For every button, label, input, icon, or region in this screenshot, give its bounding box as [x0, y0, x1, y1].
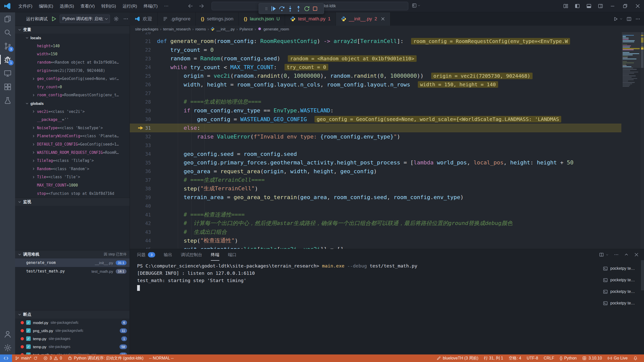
tab-launch.json[interactable]: {}launch.jsonU	[239, 12, 285, 26]
code-line-31[interactable]: 31 else:	[130, 124, 621, 132]
menu-item-R[interactable]: 运行(R)	[119, 2, 140, 10]
terminal-output[interactable]: PS C:\computer_science\godot-ldtk\site-p…	[137, 262, 601, 352]
status-cursor-position[interactable]: 行 31, 列 1	[481, 354, 506, 362]
panel-tab-调试控制台[interactable]: 调试控制台	[181, 249, 202, 261]
status-problems[interactable]: 30	[41, 354, 65, 362]
status-remote[interactable]	[0, 354, 12, 362]
code-line-35[interactable]: 35 geo_config.primary_forces.geothermal_…	[130, 158, 621, 167]
status-git-branch[interactable]: main*	[12, 354, 41, 362]
callstack-section-header[interactable]: 调用堆栈 因 step 已暂停	[15, 250, 130, 258]
variable-row-height[interactable]: height = 140	[15, 42, 130, 50]
status-git-blame[interactable]: blueloveTH (3 周前)	[434, 354, 481, 362]
go-back-icon[interactable]	[187, 3, 193, 9]
more-actions-icon[interactable]	[123, 16, 129, 22]
panel-tab-输出[interactable]: 输出	[164, 249, 172, 261]
scope-locals[interactable]: locals	[15, 34, 130, 42]
activity-item-testing[interactable]	[0, 94, 15, 107]
breadcrumb-item-rooms[interactable]: rooms	[195, 27, 206, 31]
chevron-down-icon[interactable]	[619, 17, 623, 21]
activity-item-accounts[interactable]	[0, 327, 15, 341]
breakpoint-row-temp.py[interactable]: ✓temp.pysite-packages1	[15, 335, 130, 343]
run-python-file-icon[interactable]	[613, 16, 618, 22]
breakpoint-checkbox[interactable]: ✓	[26, 344, 31, 349]
status-language-mode[interactable]: {}Python	[557, 354, 580, 362]
code-line-36[interactable]: 36 geo_area = request_area(origin, width…	[130, 167, 621, 176]
breakpoint-row-test_math.py[interactable]: ✓test_math.pysite-packages\terrain_res…1…	[15, 351, 130, 354]
variable-row-TileTag[interactable]: TileTag = <class 'TileTag'>	[15, 157, 130, 165]
code-line-25[interactable]: 25 origin = vec2i(random.randint(0, 1000…	[130, 72, 621, 80]
variable-row-WASTELAND_ROOM_REQUEST_CONFIG[interactable]: WASTELAND_ROOM_REQUEST_CONFIG = RoomR…	[15, 148, 130, 157]
callstack-frame-testtest_mathpy[interactable]: test/test_math.pytest_math.py16:1	[15, 267, 130, 276]
debug-configuration-dropdown[interactable]: Python 调试程序: 启动文件 (godot-ldtk)	[60, 15, 110, 23]
status-python-version[interactable]: 3.10.10	[579, 354, 605, 362]
code-editor[interactable]: 2021def generate_room(room_config: RoomR…	[130, 26, 644, 249]
variable-row-geo_config[interactable]: geo_config = GeoConfig(seed=None, wor…	[15, 75, 130, 83]
toggle-secondary-sidebar-icon[interactable]	[598, 3, 603, 9]
terminal-session-3[interactable]: pocketpy te…	[603, 286, 640, 297]
terminal-session-2[interactable]: pocketpy te…	[603, 274, 640, 286]
status-debug-session[interactable]: Python 调试程序: 启动文件 (godot-ldtk)	[65, 354, 146, 362]
variable-row-__package__[interactable]: __package__ = ''	[15, 116, 130, 124]
customize-layout-icon[interactable]	[563, 3, 569, 9]
restart-icon[interactable]	[303, 5, 310, 12]
code-line-30[interactable]: 30 geo_config = WASTELAND_GEO_CONFIGgeo_…	[130, 115, 621, 124]
status-notifications[interactable]	[630, 354, 640, 362]
activity-item-explorer[interactable]	[0, 12, 15, 26]
breadcrumb[interactable]: site-packages›terrain_research›rooms›__i…	[130, 26, 621, 32]
variable-row-room_config[interactable]: room_config = RoomRequestConfig(env_t…	[15, 91, 130, 99]
breakpoint-checkbox[interactable]: ✓	[26, 352, 31, 354]
step-into-icon[interactable]	[287, 5, 294, 12]
panel-tab-问题[interactable]: 问题3	[137, 249, 155, 261]
activity-item-extensions[interactable]	[0, 80, 15, 94]
code-line-38[interactable]: 38 step("生成TerrainCell")	[130, 184, 621, 193]
activity-item-search[interactable]	[0, 26, 15, 39]
breakpoint-row-png_utils.py[interactable]: ✓png_utils.pysite-packages\wfc11	[15, 327, 130, 335]
menu-item-F[interactable]: 文件(F)	[15, 2, 36, 10]
toggle-panel-icon[interactable]	[586, 3, 592, 9]
split-terminal-icon[interactable]	[599, 252, 604, 257]
close-window-icon[interactable]	[635, 3, 640, 9]
menu-item-S[interactable]: 选择(S)	[56, 2, 77, 10]
variable-row-PlanetaryWindConfig[interactable]: PlanetaryWindConfig = <class 'Planeta…	[15, 132, 130, 140]
code-line-37[interactable]: 37 # ====生成TerrainCell====	[130, 176, 621, 185]
variable-row-try_count[interactable]: try_count = 0	[15, 83, 130, 91]
callstack-frame-generate_room[interactable]: generate_room__init__.py31:1	[15, 258, 130, 267]
variable-row-vec2i[interactable]: vec2i = <class 'vec2i'>	[15, 107, 130, 116]
tab-.gdignore[interactable]: .gdignore	[157, 12, 196, 26]
breakpoint-checkbox[interactable]: ✓	[26, 336, 31, 341]
variable-row-width[interactable]: width = 150	[15, 50, 130, 58]
restore-window-icon[interactable]	[622, 3, 628, 9]
terminal-session-4[interactable]: pocketpy te…	[603, 297, 640, 309]
minimap[interactable]	[622, 32, 640, 249]
activity-item-remote-explorer[interactable]	[0, 66, 15, 80]
breakpoint-checkbox[interactable]: ✓	[26, 328, 31, 333]
maximize-panel-icon[interactable]	[624, 252, 629, 257]
split-editor-icon[interactable]	[626, 16, 632, 22]
panel-scrollbar[interactable]	[641, 260, 644, 290]
more-actions-icon[interactable]	[635, 16, 640, 22]
code-line-28[interactable]: 28 # ====生成初始地理信息====	[130, 98, 621, 106]
breadcrumb-item-__init__.py[interactable]: __init__.py	[216, 27, 235, 31]
terminal-session-1[interactable]: pocketpy te…	[603, 263, 640, 274]
code-line-24[interactable]: 24 while try_count < MAX_TRY_COUNT:try_c…	[130, 63, 621, 72]
menu-item-T[interactable]: 终端(T)	[140, 2, 161, 10]
menu-item-G[interactable]: 转到(G)	[98, 2, 119, 10]
status-eol[interactable]: CRLF	[541, 354, 557, 362]
go-forward-icon[interactable]	[198, 3, 205, 9]
close-tab-icon[interactable]	[381, 17, 385, 21]
code-line-39[interactable]: 39 terrain_area = geo_area_to_terrain(ge…	[130, 193, 621, 202]
more-actions-icon[interactable]	[614, 252, 619, 257]
status-encoding[interactable]: UTF-8	[524, 354, 541, 362]
code-line-21[interactable]: 21def generate_room(room_config: RoomReq…	[130, 37, 621, 46]
tab-[interactable]: 欢迎	[130, 12, 157, 26]
code-line-40[interactable]: 40	[130, 202, 621, 210]
code-line-20[interactable]: 20	[130, 32, 621, 37]
debug-settings-gear-icon[interactable]	[113, 16, 119, 22]
code-line-44[interactable]: 44 step("检查连通性")	[130, 236, 621, 245]
code-line-26[interactable]: 26 width, height = room_config.layout.n_…	[130, 80, 621, 89]
code-line-32[interactable]: 32 raise ValueError(f"Invalid env type: …	[130, 132, 621, 141]
panel-tab-端口[interactable]: 端口	[228, 249, 236, 261]
code-line-42[interactable]: 42 # 计算每一个出口的中心，然后使用astar生成路径，确保每一个出口组合都…	[130, 219, 621, 228]
variable-row-NoiseType[interactable]: NoiseType = <class 'NoiseType'>	[15, 124, 130, 132]
variable-row-Random[interactable]: Random = <class 'Random'>	[15, 165, 130, 173]
